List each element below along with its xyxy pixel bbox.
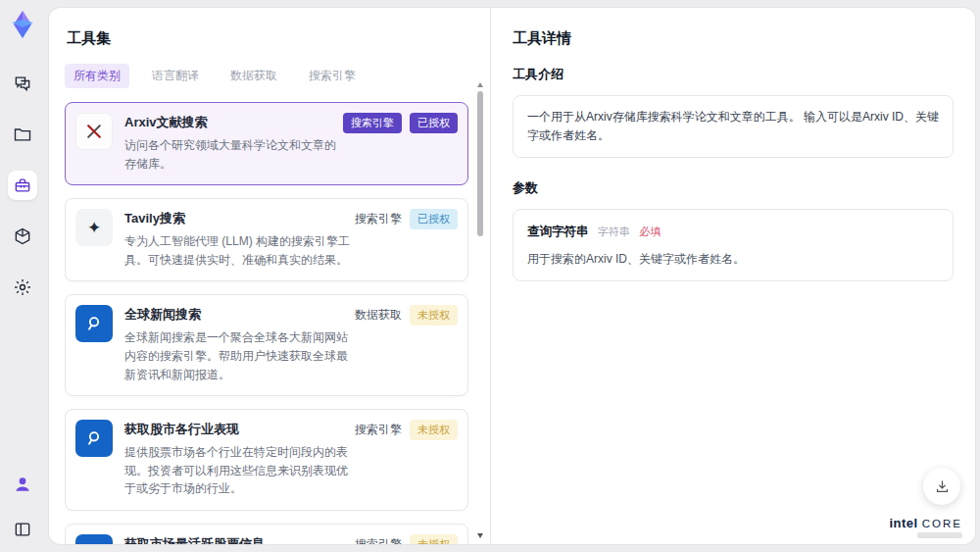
auth-status-badge: 未授权	[410, 305, 458, 326]
tool-name: 获取市场最活跃股票信息	[124, 535, 352, 544]
param-card: 查询字符串 字符串 必填 用于搜索的Arxiv ID、关键字或作者姓名。	[513, 209, 954, 280]
left-rail	[0, 0, 45, 552]
intro-heading: 工具介绍	[513, 66, 954, 83]
chat-icon[interactable]	[8, 69, 37, 98]
tool-description: 全球新闻搜索是一个聚合全球各大新闻网站内容的搜索引擎。帮助用户快速获取全球最新资…	[124, 328, 352, 383]
tab-search-engine[interactable]: 搜索引擎	[300, 64, 365, 88]
tab-all-categories[interactable]: 所有类别	[65, 64, 129, 88]
intel-core-logo: intel CORE	[889, 516, 962, 538]
tool-name: 全球新闻搜索	[124, 306, 352, 324]
category-label: 数据获取	[355, 307, 402, 324]
gear-icon[interactable]	[8, 273, 37, 302]
category-label: 搜索引擎	[355, 211, 402, 227]
intro-card: 一个用于从Arxiv存储库搜索科学论文和文章的工具。 输入可以是Arxiv ID…	[513, 95, 954, 158]
user-icon[interactable]	[8, 470, 37, 499]
tool-card-most-active-stocks[interactable]: 获取市场最活跃股票信息 提供当天交易量最高的股票列表，投资者可以利用这些信息来识…	[65, 524, 468, 544]
param-name: 查询字符串	[527, 225, 589, 238]
category-label: 搜索引擎	[355, 422, 402, 438]
tool-name: 获取股市各行业表现	[124, 421, 352, 438]
category-tabs: 所有类别 语言翻译 数据获取 搜索引擎	[65, 64, 468, 88]
search-globe-icon	[75, 534, 113, 544]
cube-icon[interactable]	[8, 222, 37, 251]
toolbox-icon[interactable]	[8, 171, 37, 200]
folder-icon[interactable]	[8, 120, 37, 149]
auth-status-badge: 已授权	[410, 113, 458, 133]
app-logo	[6, 8, 39, 41]
details-title: 工具详情	[513, 29, 954, 48]
category-badge: 搜索引擎	[343, 113, 402, 133]
tab-data-fetch[interactable]: 数据获取	[221, 64, 286, 88]
tool-card-list: Arxiv文献搜索 访问各个研究领域大量科学论文和文章的存储库。 搜索引擎 已授…	[65, 102, 468, 544]
intel-wordmark: intel	[889, 516, 917, 530]
search-globe-icon	[75, 420, 113, 457]
tool-description: 专为人工智能代理 (LLM) 构建的搜索引擎工具。可快速提供实时、准确和真实的结…	[124, 232, 352, 269]
arxiv-x-icon	[75, 113, 113, 150]
tab-language-translation[interactable]: 语言翻译	[143, 64, 208, 88]
category-label: 搜索引擎	[355, 536, 402, 544]
tool-card-arxiv[interactable]: Arxiv文献搜索 访问各个研究领域大量科学论文和文章的存储库。 搜索引擎 已授…	[65, 102, 468, 185]
list-scrollbar[interactable]	[476, 82, 484, 538]
tool-list-column: 工具集 所有类别 语言翻译 数据获取 搜索引擎 Arxiv文献	[49, 8, 490, 544]
tool-card-sector-performance[interactable]: 获取股市各行业表现 提供股票市场各个行业在特定时间段内的表现。投资者可以利用这些…	[65, 409, 468, 511]
main-panel: 工具集 所有类别 语言翻译 数据获取 搜索引擎 Arxiv文献	[49, 8, 975, 544]
tool-card-global-news[interactable]: 全球新闻搜索 全球新闻搜索是一个聚合全球各大新闻网站内容的搜索引擎。帮助用户快速…	[65, 294, 468, 396]
tool-description: 访问各个研究领域大量科学论文和文章的存储库。	[124, 136, 343, 173]
panel-layout-icon[interactable]	[8, 515, 37, 544]
tool-details-column: 工具详情 工具介绍 一个用于从Arxiv存储库搜索科学论文和文章的工具。 输入可…	[490, 8, 975, 544]
intel-sub-badge	[917, 532, 962, 538]
param-description: 用于搜索的Arxiv ID、关键字或作者姓名。	[527, 250, 939, 269]
param-required-flag: 必填	[639, 226, 661, 237]
scroll-down-arrow[interactable]	[477, 533, 483, 538]
auth-status-badge: 未授权	[410, 420, 458, 440]
scroll-up-arrow[interactable]	[477, 82, 483, 87]
search-globe-icon	[75, 305, 113, 342]
scrollbar-thumb[interactable]	[477, 91, 483, 236]
intro-text: 一个用于从Arxiv存储库搜索科学论文和文章的工具。 输入可以是Arxiv ID…	[527, 110, 939, 142]
params-heading: 参数	[513, 179, 954, 197]
download-button[interactable]	[923, 468, 960, 505]
download-icon	[934, 478, 951, 495]
tool-name: Tavily搜索	[124, 210, 352, 227]
sparkle-icon: ✦	[75, 209, 113, 246]
tool-name: Arxiv文献搜索	[124, 114, 343, 131]
core-wordmark: CORE	[922, 518, 962, 529]
param-type: 字符串	[598, 226, 630, 237]
page-title: 工具集	[67, 29, 468, 48]
auth-status-badge: 已授权	[410, 209, 458, 229]
auth-status-badge: 未授权	[410, 534, 458, 544]
tool-card-tavily[interactable]: ✦ Tavily搜索 专为人工智能代理 (LLM) 构建的搜索引擎工具。可快速提…	[65, 198, 468, 281]
tool-description: 提供股票市场各个行业在特定时间段内的表现。投资者可以利用这些信息来识别表现优于或…	[124, 443, 352, 498]
